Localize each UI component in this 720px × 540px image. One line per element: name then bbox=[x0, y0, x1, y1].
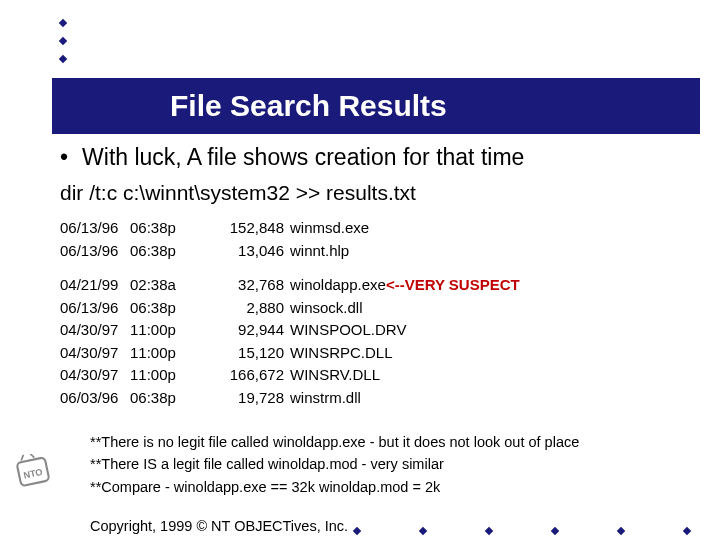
file-time: 11:00p bbox=[130, 364, 220, 387]
file-date: 06/13/96 bbox=[60, 217, 130, 240]
file-size: 13,046 bbox=[220, 240, 290, 263]
file-time: 11:00p bbox=[130, 319, 220, 342]
file-time: 11:00p bbox=[130, 342, 220, 365]
svg-line-1 bbox=[20, 455, 24, 461]
file-name: winsock.dll bbox=[290, 297, 363, 320]
bullet-dot: • bbox=[60, 144, 68, 171]
file-row: 06/13/9606:38p13,046 winnt.hlp bbox=[60, 240, 690, 263]
file-listing: 06/13/9606:38p152,848 winmsd.exe06/13/96… bbox=[60, 217, 690, 409]
file-time: 02:38a bbox=[130, 274, 220, 297]
file-name: WINSRV.DLL bbox=[290, 364, 380, 387]
file-name: WINSRPC.DLL bbox=[290, 342, 393, 365]
note-line: **There is no legit file called winoldap… bbox=[90, 431, 690, 453]
note-line: **Compare - winoldapp.exe == 32k winolda… bbox=[90, 476, 690, 498]
slide-title: File Search Results bbox=[170, 89, 447, 123]
file-time: 06:38p bbox=[130, 387, 220, 410]
svg-line-2 bbox=[30, 454, 34, 458]
file-date: 04/30/97 bbox=[60, 342, 130, 365]
svg-text:NTO: NTO bbox=[23, 467, 44, 481]
file-date: 06/13/96 bbox=[60, 297, 130, 320]
suspect-flag: <--VERY SUSPECT bbox=[386, 274, 520, 297]
slide-content: • With luck, A file shows creation for t… bbox=[60, 144, 690, 534]
file-time: 06:38p bbox=[130, 217, 220, 240]
decorative-dots-bottom bbox=[354, 528, 690, 534]
bullet-text: With luck, A file shows creation for tha… bbox=[82, 144, 524, 171]
command-line: dir /t:c c:\winnt\system32 >> results.tx… bbox=[60, 181, 690, 205]
file-size: 152,848 bbox=[220, 217, 290, 240]
file-date: 04/21/99 bbox=[60, 274, 130, 297]
decorative-dots-top bbox=[60, 8, 66, 74]
file-time: 06:38p bbox=[130, 297, 220, 320]
file-date: 06/03/96 bbox=[60, 387, 130, 410]
file-size: 15,120 bbox=[220, 342, 290, 365]
file-date: 04/30/97 bbox=[60, 364, 130, 387]
file-date: 04/30/97 bbox=[60, 319, 130, 342]
file-size: 166,672 bbox=[220, 364, 290, 387]
file-row: 04/30/9711:00p15,120 WINSRPC.DLL bbox=[60, 342, 690, 365]
file-time: 06:38p bbox=[130, 240, 220, 263]
file-row: 06/03/9606:38p19,728 winstrm.dll bbox=[60, 387, 690, 410]
file-size: 2,880 bbox=[220, 297, 290, 320]
nto-logo: NTO bbox=[14, 454, 56, 492]
file-size: 19,728 bbox=[220, 387, 290, 410]
bullet-line: • With luck, A file shows creation for t… bbox=[60, 144, 690, 171]
file-name: WINSPOOL.DRV bbox=[290, 319, 406, 342]
file-date: 06/13/96 bbox=[60, 240, 130, 263]
file-name: winstrm.dll bbox=[290, 387, 361, 410]
file-row: 04/30/9711:00p166,672 WINSRV.DLL bbox=[60, 364, 690, 387]
file-name: winoldapp.exe bbox=[290, 274, 386, 297]
file-size: 92,944 bbox=[220, 319, 290, 342]
file-name: winmsd.exe bbox=[290, 217, 369, 240]
file-row: 06/13/9606:38p2,880 winsock.dll bbox=[60, 297, 690, 320]
file-row: 06/13/9606:38p152,848 winmsd.exe bbox=[60, 217, 690, 240]
file-size: 32,768 bbox=[220, 274, 290, 297]
notes-block: **There is no legit file called winoldap… bbox=[90, 431, 690, 498]
file-row: 04/21/9902:38a32,768 winoldapp.exe <--VE… bbox=[60, 274, 690, 297]
file-name: winnt.hlp bbox=[290, 240, 349, 263]
title-bar: File Search Results bbox=[52, 78, 700, 134]
file-row: 04/30/9711:00p92,944 WINSPOOL.DRV bbox=[60, 319, 690, 342]
note-line: **There IS a legit file called winoldap.… bbox=[90, 453, 690, 475]
